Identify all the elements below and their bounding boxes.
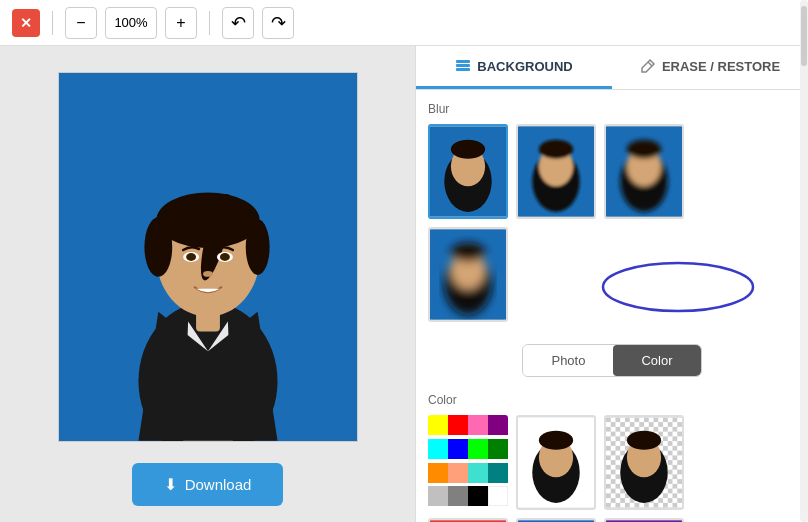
svg-point-8 bbox=[245, 219, 269, 275]
photo-color-toggle: Photo Color bbox=[522, 344, 701, 377]
blur-thumb-3[interactable] bbox=[604, 124, 684, 219]
divider bbox=[52, 11, 53, 35]
svg-point-12 bbox=[186, 253, 196, 261]
color-thumbnails-row1 bbox=[428, 415, 796, 510]
undo-button[interactable]: ↶ bbox=[222, 7, 254, 39]
right-panel: BACKGROUND ERASE / RESTORE Blur bbox=[415, 46, 808, 522]
minus-icon: − bbox=[76, 14, 85, 32]
zoom-in-button[interactable]: + bbox=[165, 7, 197, 39]
brush-icon bbox=[640, 58, 656, 74]
zoom-out-button[interactable]: − bbox=[65, 7, 97, 39]
blur-thumb-4[interactable] bbox=[428, 227, 508, 322]
svg-rect-15 bbox=[456, 68, 470, 71]
main-area: ⬇ Download BACKGROUND ERASE / RESTORE bbox=[0, 46, 808, 522]
color-thumb-purple[interactable] bbox=[604, 518, 684, 522]
color-swatch-grid[interactable] bbox=[428, 415, 508, 510]
toolbar: ✕ − 100% + ↶ ↷ bbox=[0, 0, 808, 46]
zoom-level: 100% bbox=[105, 7, 157, 39]
svg-point-34 bbox=[451, 243, 485, 262]
canvas-area: ⬇ Download bbox=[0, 46, 415, 522]
layers-icon bbox=[455, 58, 471, 74]
divider2 bbox=[209, 11, 210, 35]
svg-point-38 bbox=[539, 431, 573, 450]
svg-point-13 bbox=[219, 253, 229, 261]
blur-thumb-1[interactable] bbox=[428, 124, 508, 219]
color-thumb-transparent[interactable] bbox=[604, 415, 684, 510]
svg-point-46 bbox=[627, 431, 661, 450]
blur-label: Blur bbox=[428, 102, 796, 116]
photo-container bbox=[16, 62, 399, 451]
svg-point-7 bbox=[144, 217, 172, 277]
type-btn-row: Photo Color bbox=[428, 332, 796, 385]
svg-line-18 bbox=[648, 62, 652, 66]
photo-type-button[interactable]: Photo bbox=[523, 345, 613, 376]
color-thumbnails-row2 bbox=[428, 518, 796, 522]
blur-thumb-2[interactable] bbox=[516, 124, 596, 219]
svg-point-26 bbox=[539, 140, 573, 159]
panel-content: Blur bbox=[416, 90, 808, 522]
color-thumb-blue[interactable] bbox=[516, 518, 596, 522]
close-icon: ✕ bbox=[20, 15, 32, 31]
scrollbar-thumb[interactable] bbox=[801, 46, 807, 66]
plus-icon: + bbox=[176, 14, 185, 32]
tab-erase-restore[interactable]: ERASE / RESTORE bbox=[612, 46, 808, 89]
scrollbar-track[interactable] bbox=[800, 46, 808, 522]
tab-background[interactable]: BACKGROUND bbox=[416, 46, 612, 89]
undo-icon: ↶ bbox=[231, 12, 246, 34]
photo-image bbox=[59, 73, 357, 441]
blur-thumbnails bbox=[428, 124, 796, 219]
color-thumb-white[interactable] bbox=[516, 415, 596, 510]
download-icon: ⬇ bbox=[164, 475, 177, 494]
svg-point-14 bbox=[203, 270, 213, 276]
svg-point-30 bbox=[627, 140, 661, 159]
color-thumb-red[interactable] bbox=[428, 518, 508, 522]
photo-frame bbox=[58, 72, 358, 442]
color-section-label: Color bbox=[428, 393, 796, 407]
color-type-button[interactable]: Color bbox=[613, 345, 700, 376]
blur-thumbnails-row2 bbox=[428, 227, 796, 322]
svg-point-22 bbox=[451, 140, 485, 159]
tab-bar: BACKGROUND ERASE / RESTORE bbox=[416, 46, 808, 90]
redo-icon: ↷ bbox=[271, 12, 286, 34]
close-button[interactable]: ✕ bbox=[12, 9, 40, 37]
download-button[interactable]: ⬇ Download bbox=[132, 463, 284, 506]
svg-rect-17 bbox=[456, 60, 470, 63]
redo-button[interactable]: ↷ bbox=[262, 7, 294, 39]
svg-rect-16 bbox=[456, 64, 470, 67]
